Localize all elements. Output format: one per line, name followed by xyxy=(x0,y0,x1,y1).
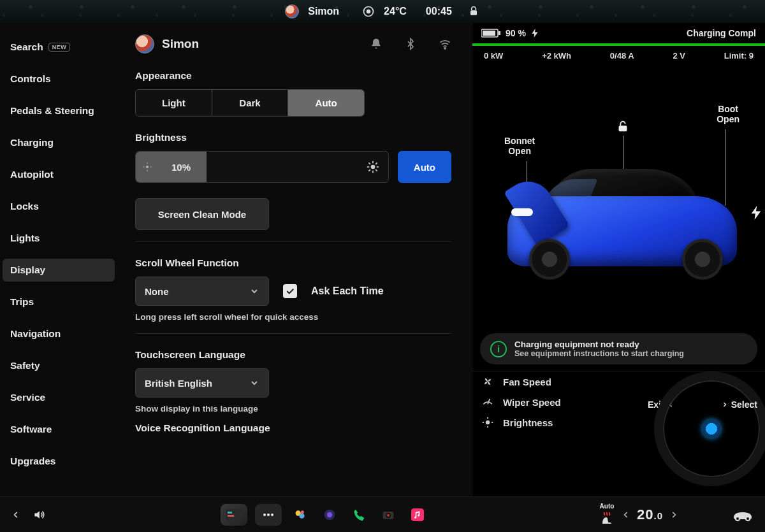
svg-line-15 xyxy=(375,169,377,171)
dock-prev-icon[interactable] xyxy=(11,510,20,519)
lang-title: Touchscreen Language xyxy=(135,349,451,361)
app-launcher-1[interactable] xyxy=(221,504,247,526)
cabin-temperature[interactable]: 20.0 xyxy=(637,507,663,523)
seat-heater-button[interactable]: Auto xyxy=(599,503,615,526)
volume-icon[interactable] xyxy=(28,504,50,526)
brightness-title: Brightness xyxy=(135,132,451,143)
stat-power: 0 kW xyxy=(484,51,503,61)
ask-each-time-label: Ask Each Time xyxy=(311,285,384,297)
svg-rect-20 xyxy=(499,31,500,35)
profile-avatar-icon[interactable] xyxy=(135,34,154,54)
chevron-down-icon xyxy=(249,378,259,388)
appearance-segmented: Light Dark Auto xyxy=(135,89,365,117)
app-camera-icon[interactable] xyxy=(377,504,399,526)
svg-rect-19 xyxy=(483,31,495,36)
battery-icon[interactable] xyxy=(481,29,500,38)
svg-point-37 xyxy=(326,512,332,517)
lang-hint: Show display in this language xyxy=(135,404,451,413)
appearance-title: Appearance xyxy=(135,70,451,82)
svg-point-22 xyxy=(486,421,490,425)
app-toybox-icon[interactable] xyxy=(289,504,311,526)
boot-open-label[interactable]: Boot Open xyxy=(717,104,740,124)
svg-point-40 xyxy=(386,514,389,516)
scroll-function-select[interactable]: None xyxy=(135,277,269,306)
sidebar-item-trips[interactable]: Trips xyxy=(3,291,115,313)
svg-point-31 xyxy=(267,514,270,516)
quick-brightness[interactable]: Brightness xyxy=(481,416,639,429)
sidebar-item-lights[interactable]: Lights xyxy=(3,227,115,250)
brightness-auto-button[interactable]: Auto xyxy=(398,151,451,183)
settings-panel: Simon Appearance Light Dark Auto Brightn… xyxy=(115,23,472,496)
charging-status-title: Charging Compl xyxy=(687,28,756,38)
bottom-dock: Auto 20.0 xyxy=(0,496,765,532)
ask-each-time-checkbox[interactable] xyxy=(283,284,297,298)
profile-name[interactable]: Simon xyxy=(308,6,339,17)
svg-point-34 xyxy=(299,513,304,518)
svg-point-1 xyxy=(367,10,370,13)
svg-point-35 xyxy=(300,510,303,514)
app-music-icon[interactable] xyxy=(407,504,428,526)
wiper-icon xyxy=(481,396,494,408)
sidebar-item-pedals[interactable]: Pedals & Steering xyxy=(3,99,115,122)
screen-clean-button[interactable]: Screen Clean Mode xyxy=(135,198,269,230)
appearance-option-dark[interactable]: Dark xyxy=(212,90,288,116)
bonnet-open-label[interactable]: Bonnet Open xyxy=(504,136,535,156)
svg-point-30 xyxy=(263,514,266,516)
sentry-icon[interactable] xyxy=(362,5,375,18)
bolt-icon xyxy=(531,29,539,38)
quick-wiper-speed[interactable]: Wiper Speed xyxy=(481,396,639,408)
profile-name-header[interactable]: Simon xyxy=(162,37,199,51)
stat-limit: Limit: 9 xyxy=(724,51,754,61)
svg-rect-21 xyxy=(619,126,627,131)
app-dashcam-icon[interactable] xyxy=(319,504,340,526)
sidebar-item-software[interactable]: Software xyxy=(3,418,115,441)
scroll-wheel-widget: Exit Select xyxy=(648,375,756,429)
wifi-icon[interactable] xyxy=(439,38,451,50)
profile-avatar-icon[interactable] xyxy=(285,4,299,18)
sidebar-item-display[interactable]: Display xyxy=(3,259,115,282)
lock-icon[interactable] xyxy=(467,5,480,18)
vehicle-render[interactable] xyxy=(507,168,737,276)
outside-temperature[interactable]: 24°C xyxy=(384,6,407,17)
info-icon: i xyxy=(490,341,507,357)
bluetooth-icon[interactable] xyxy=(404,38,417,50)
car-controls-icon[interactable] xyxy=(732,504,754,526)
sidebar-item-safety[interactable]: Safety xyxy=(3,354,115,377)
scroll-select-button[interactable]: Select xyxy=(721,399,757,410)
sidebar-item-search[interactable]: SearchNEW xyxy=(3,36,115,59)
appearance-option-light[interactable]: Light xyxy=(136,90,212,116)
sidebar-item-service[interactable]: Service xyxy=(3,386,115,409)
sidebar-item-locks[interactable]: Locks xyxy=(3,195,115,218)
scroll-hint: Long press left scroll wheel for quick a… xyxy=(135,312,451,322)
sidebar-item-navigation[interactable]: Navigation xyxy=(3,322,115,345)
sidebar-item-upgrades[interactable]: Upgrades xyxy=(3,450,115,473)
svg-line-14 xyxy=(368,162,370,164)
vehicle-panel: 90 % Charging Compl 0 kW +2 kWh 0/48 A 2… xyxy=(472,23,765,496)
appearance-option-auto[interactable]: Auto xyxy=(288,90,364,116)
stat-amps: 0/48 A xyxy=(610,51,634,61)
svg-rect-2 xyxy=(470,10,477,15)
charge-stats-row: 0 kW +2 kWh 0/48 A 2 V Limit: 9 xyxy=(472,46,765,66)
sidebar-item-charging[interactable]: Charging xyxy=(3,131,115,154)
svg-point-32 xyxy=(271,514,273,516)
svg-rect-29 xyxy=(228,515,234,517)
battery-percent: 90 % xyxy=(506,28,526,38)
clock[interactable]: 00:45 xyxy=(426,6,452,17)
stat-volts: 2 V xyxy=(673,51,685,61)
charge-bolt-icon[interactable] xyxy=(751,206,761,220)
steering-wheel-icon xyxy=(654,371,765,486)
touchscreen-language-select[interactable]: British English xyxy=(135,368,269,398)
quick-fan-speed[interactable]: Fan Speed xyxy=(481,375,639,388)
app-phone-icon[interactable] xyxy=(348,504,370,526)
alert-line1: Charging equipment not ready xyxy=(514,340,684,349)
app-launcher-2[interactable] xyxy=(255,504,282,526)
sidebar-item-autopilot[interactable]: Autopilot xyxy=(3,163,115,186)
temp-up-button[interactable] xyxy=(669,510,678,519)
notifications-icon[interactable] xyxy=(370,38,382,50)
sidebar-item-controls[interactable]: Controls xyxy=(3,68,115,90)
unlock-icon[interactable] xyxy=(616,120,630,134)
temp-down-button[interactable] xyxy=(622,510,630,519)
svg-point-4 xyxy=(146,166,149,168)
brightness-slider[interactable]: 10% xyxy=(135,151,389,183)
charging-alert[interactable]: i Charging equipment not ready See equip… xyxy=(480,333,757,364)
